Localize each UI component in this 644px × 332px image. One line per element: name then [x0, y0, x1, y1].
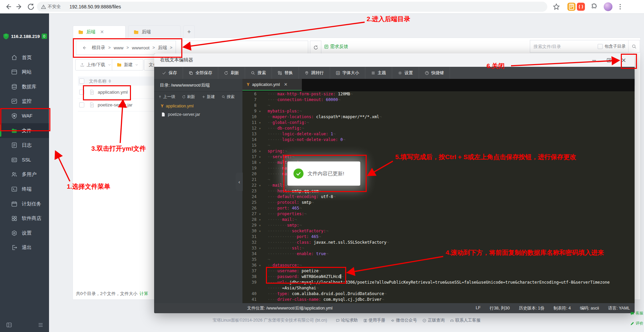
sidebar-item-waf[interactable]: WAF	[0, 108, 49, 123]
row-checkbox[interactable]	[79, 90, 84, 95]
breadcrumb-item[interactable]: wwwroot	[129, 45, 153, 50]
editor-settings-button[interactable]: 设置	[392, 67, 419, 79]
sidebar-item-store[interactable]: 软件商店	[0, 211, 49, 226]
panel-refresh-button[interactable]: 刷新	[182, 94, 195, 100]
fold-icon[interactable]: ▾	[259, 126, 261, 131]
close-tab-icon[interactable]: ✕	[100, 29, 104, 35]
sort-icon[interactable]	[108, 79, 111, 83]
sidebar-item-home[interactable]: 首页	[0, 50, 49, 65]
fold-icon[interactable]: ▾	[259, 148, 261, 154]
new-tab-button[interactable]: +	[183, 26, 195, 38]
fold-icon[interactable]: ▾	[259, 120, 261, 126]
editor-refresh-button[interactable]: 刷新	[218, 67, 245, 79]
breadcrumb-item[interactable]: 根目录	[89, 45, 108, 51]
fm-tab-2[interactable]: 后端	[128, 26, 181, 38]
row-checkbox[interactable]	[79, 102, 84, 107]
close-editor-icon[interactable]	[621, 57, 627, 63]
editor-save-all-button[interactable]: 全部保存	[183, 67, 218, 79]
minimize-icon[interactable]	[591, 57, 597, 63]
sidebar-item-terminal[interactable]: 终端	[0, 182, 49, 196]
search-icon[interactable]	[628, 40, 640, 52]
feedback-link[interactable]: 需求反馈	[324, 44, 348, 50]
browser-reload-icon[interactable]	[27, 3, 35, 11]
fold-icon[interactable]: ▾	[259, 217, 261, 223]
fold-icon[interactable]: ▾	[259, 263, 261, 268]
editor-font-size-button[interactable]: A字体大小	[330, 67, 365, 79]
refresh-files-button[interactable]	[310, 41, 321, 54]
breadcrumb-item[interactable]: www	[111, 45, 127, 50]
panel-up-button[interactable]: 上一级	[158, 94, 175, 100]
upload-icon	[80, 62, 85, 67]
fold-icon[interactable]: ▾	[259, 211, 261, 217]
editor-tab-application-yml[interactable]: Y application.yml ✕	[242, 79, 302, 91]
fold-icon[interactable]: ▾	[259, 228, 261, 234]
sidebar-item-label: 多用户	[22, 171, 37, 178]
close-tab-icon[interactable]: ✕	[284, 82, 288, 87]
avatar[interactable]	[604, 2, 612, 11]
editor-goto-line-button[interactable]: 跳转行	[299, 67, 330, 79]
fold-icon[interactable]: ▾	[259, 183, 261, 188]
panel-new-button[interactable]: 新建	[202, 94, 215, 100]
code-area[interactable]: 6····max-http-form-post-size: 120MB¬7···…	[242, 91, 635, 303]
editor-save-button[interactable]: 保存	[156, 67, 183, 79]
footer-link-forum[interactable]: 论坛求助	[336, 318, 358, 323]
footer-link-support[interactable]: 联系人工客服	[450, 318, 480, 323]
tree-item-poetize-server.jar[interactable]: poetize-server.jar	[154, 110, 242, 118]
footer-link-manual[interactable]: 使用手册	[363, 318, 385, 323]
sidebar-item-cron[interactable]: 计划任务	[0, 196, 49, 211]
sidebar-item-site[interactable]: 网站	[0, 65, 49, 80]
fm-tab-1[interactable]: 后端✕	[73, 26, 126, 38]
collapse-sidebar-icon[interactable]	[6, 322, 12, 328]
editor-replace-button[interactable]: 替换	[272, 67, 299, 79]
extensions-puzzle-icon[interactable]	[590, 3, 598, 10]
upload-button[interactable]: 上传/下载	[75, 59, 116, 70]
sidebar-item-exit[interactable]: 退出	[0, 240, 49, 255]
server-brand[interactable]: 116.2.188.219 0	[3, 33, 47, 40]
nav-back-icon[interactable]	[80, 45, 89, 50]
fold-icon[interactable]: ▾	[259, 160, 261, 165]
browser-menu-icon[interactable]	[616, 3, 624, 10]
maximize-icon[interactable]	[606, 57, 612, 63]
footer-link-genuine[interactable]: 正版查询	[422, 318, 445, 323]
sidebar-item-files[interactable]: 文件	[0, 123, 49, 138]
fold-icon[interactable]: ▾	[259, 108, 261, 114]
tree-item-application.yml[interactable]: Yapplication.yml	[154, 102, 242, 110]
address-bar[interactable]: 不安全 192.168.50.99:8888/files	[37, 2, 547, 12]
sidebar-item-monitor[interactable]: 监控	[0, 94, 49, 109]
extension-docs-icon[interactable]	[567, 3, 576, 11]
editor-hotkeys-button[interactable]: 快捷键	[419, 67, 450, 79]
filename-header[interactable]: 文件名称	[89, 78, 106, 84]
editor-theme-button[interactable]: 主题	[365, 67, 392, 79]
sidebar-item-users[interactable]: 多用户	[0, 167, 49, 182]
float-service[interactable]: 客服	[630, 311, 643, 316]
line-number: 11▾	[242, 120, 261, 126]
alert-badge[interactable]: 0	[42, 34, 47, 39]
security-chip[interactable]: 不安全	[41, 4, 61, 10]
extension-code-icon[interactable]	[577, 3, 585, 11]
sidebar-item-ssl[interactable]: SSL	[0, 152, 49, 167]
new-button[interactable]: 新建	[112, 59, 143, 70]
include-subdir-checkbox[interactable]	[598, 44, 603, 49]
calc-size-link[interactable]: 计算	[139, 291, 148, 296]
footer-link-wechat[interactable]: 微信公众号	[391, 318, 417, 323]
menu-layout-icon[interactable]	[38, 322, 44, 328]
select-all-checkbox[interactable]	[79, 79, 84, 84]
fold-icon[interactable]: ▾	[259, 245, 261, 251]
float-rate[interactable]: 评价	[630, 321, 643, 326]
search-input[interactable]	[530, 44, 598, 49]
breadcrumb-separator-icon: >	[127, 45, 129, 50]
fold-icon[interactable]: ▾	[259, 223, 261, 228]
editor-search-button[interactable]: 搜索	[245, 67, 272, 79]
sidebar-item-logs[interactable]: 日志	[0, 138, 49, 153]
fold-icon[interactable]: ▾	[259, 154, 261, 160]
sidebar-item-database[interactable]: 数据库	[0, 79, 49, 94]
bookmark-star-icon[interactable]	[553, 3, 560, 10]
browser-back-icon[interactable]	[4, 3, 12, 11]
sidebar-item-settings[interactable]: 设置	[0, 226, 49, 240]
browser-forward-icon[interactable]	[15, 3, 24, 11]
path-input[interactable]	[181, 41, 308, 54]
breadcrumb-item[interactable]: 后端	[155, 45, 170, 51]
panel-collapse-icon[interactable]: ‹	[236, 173, 243, 191]
panel-search-button[interactable]: 搜索	[222, 94, 235, 100]
code-line: 32············class: javax.net.ssl.SSLSo…	[242, 240, 635, 245]
